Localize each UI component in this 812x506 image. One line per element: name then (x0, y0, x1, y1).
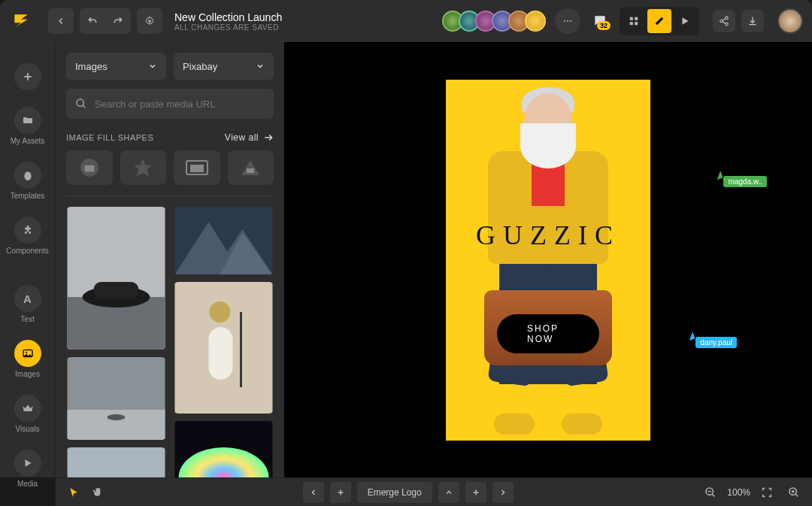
svg-line-13 (723, 22, 726, 23)
category-dropdown[interactable]: Images (66, 53, 166, 80)
svg-rect-4 (630, 17, 633, 20)
svg-rect-5 (635, 17, 638, 20)
next-layer-button[interactable] (492, 482, 514, 503)
save-status: ALL CHANGES ARE SAVED (174, 23, 282, 32)
add-layer-button-2[interactable] (465, 482, 486, 503)
svg-line-21 (83, 105, 85, 108)
image-thumb[interactable] (66, 447, 166, 477)
play-icon (14, 450, 41, 477)
collaborator-avatars[interactable] (447, 11, 546, 32)
bottom-bar: Emerge Logo 100% (56, 477, 812, 506)
more-collaborators-button[interactable] (555, 8, 580, 34)
nav-text[interactable]: A Text (7, 279, 49, 329)
settings-button[interactable] (137, 8, 162, 34)
image-thumb[interactable] (66, 207, 166, 350)
svg-rect-27 (191, 165, 203, 171)
back-button[interactable] (48, 8, 74, 34)
nav-visuals[interactable]: Visuals (7, 389, 49, 439)
nav-my-assets[interactable]: My Assets (7, 101, 49, 151)
shape-star[interactable] (120, 150, 167, 185)
zoom-in-button[interactable] (783, 482, 804, 503)
add-layer-button[interactable] (330, 482, 351, 503)
search-box[interactable] (66, 89, 274, 119)
artboard-image (446, 80, 650, 441)
prev-layer-button[interactable] (303, 482, 324, 503)
image-thumb[interactable] (66, 357, 166, 440)
text-icon: A (14, 285, 41, 312)
search-icon (75, 98, 87, 110)
undo-button[interactable] (80, 8, 105, 34)
egg-icon (14, 162, 41, 189)
svg-marker-19 (25, 459, 31, 466)
svg-point-20 (77, 99, 83, 106)
chevron-down-icon (148, 62, 157, 71)
svg-point-16 (24, 171, 31, 180)
view-mode-tools (620, 7, 699, 35)
search-input[interactable] (95, 98, 265, 110)
svg-rect-6 (630, 22, 633, 25)
svg-marker-8 (683, 17, 689, 24)
svg-rect-24 (84, 165, 94, 172)
shape-triangle[interactable] (228, 150, 274, 185)
undo-redo-group (80, 8, 131, 34)
assets-panel: Images Pixabay IMAGE FILL SHAPES View al… (56, 42, 284, 477)
image-thumb[interactable] (174, 282, 274, 414)
nav-add[interactable] (7, 57, 49, 96)
layer-up-button[interactable] (438, 482, 459, 503)
nav-media[interactable]: Media (7, 444, 49, 494)
svg-point-9 (726, 17, 729, 20)
avatar[interactable] (525, 11, 546, 32)
cta-button[interactable]: SHOP NOW (497, 314, 599, 353)
svg-line-12 (723, 19, 726, 20)
section-title: IMAGE FILL SHAPES (66, 133, 153, 142)
plus-icon (14, 63, 41, 90)
top-bar: New Collection Launch ALL CHANGES ARE SA… (0, 0, 812, 42)
app-logo[interactable] (9, 9, 33, 33)
puzzle-icon (14, 217, 41, 244)
redo-button[interactable] (105, 8, 131, 34)
zoom-out-button[interactable] (700, 482, 721, 503)
svg-point-0 (148, 20, 151, 23)
svg-marker-25 (135, 159, 152, 176)
grid-view-button[interactable] (622, 9, 646, 33)
canvas[interactable]: GUZZIC SHOP NOW magda.w.. dany.paul (284, 42, 812, 477)
zoom-level[interactable]: 100% (727, 487, 750, 498)
fit-screen-button[interactable] (756, 482, 777, 503)
edit-mode-button[interactable] (647, 9, 671, 33)
source-dropdown[interactable]: Pixabay (174, 53, 274, 80)
arrow-right-icon (263, 132, 274, 143)
download-button[interactable] (741, 10, 764, 32)
svg-point-1 (564, 20, 565, 22)
brand-text[interactable]: GUZZIC (446, 220, 650, 251)
svg-point-45 (210, 301, 231, 323)
layer-name[interactable]: Emerge Logo (357, 482, 432, 503)
svg-rect-37 (68, 447, 165, 477)
comments-button[interactable]: 32 (592, 14, 607, 29)
user-avatar[interactable] (777, 8, 803, 34)
image-thumb[interactable] (174, 421, 274, 477)
svg-rect-43 (209, 327, 233, 380)
view-all-link[interactable]: View all (225, 132, 274, 143)
document-title-block: New Collection Launch ALL CHANGES ARE SA… (174, 11, 282, 32)
svg-line-54 (712, 494, 714, 496)
pointer-tool[interactable] (63, 482, 84, 503)
svg-rect-7 (635, 22, 638, 25)
hand-tool[interactable] (87, 482, 108, 503)
artboard[interactable]: GUZZIC SHOP NOW (446, 80, 650, 441)
svg-point-2 (567, 20, 568, 22)
collaborator-cursor: dany.paul (695, 337, 737, 348)
svg-point-3 (570, 20, 571, 22)
image-thumb[interactable] (174, 207, 274, 274)
nav-components[interactable]: Components (7, 211, 49, 261)
play-button[interactable] (673, 9, 697, 33)
left-sidebar: My Assets Templates Components A Text Im… (0, 42, 56, 477)
share-button[interactable] (713, 10, 735, 32)
nav-images[interactable]: Images (7, 334, 49, 384)
svg-point-36 (108, 414, 126, 420)
nav-templates[interactable]: Templates (7, 156, 49, 206)
collaborator-cursor: magda.w.. (723, 176, 767, 187)
shape-circle[interactable] (66, 150, 113, 185)
shape-rect[interactable] (174, 150, 220, 185)
image-icon (14, 340, 41, 367)
document-title[interactable]: New Collection Launch (174, 11, 282, 23)
